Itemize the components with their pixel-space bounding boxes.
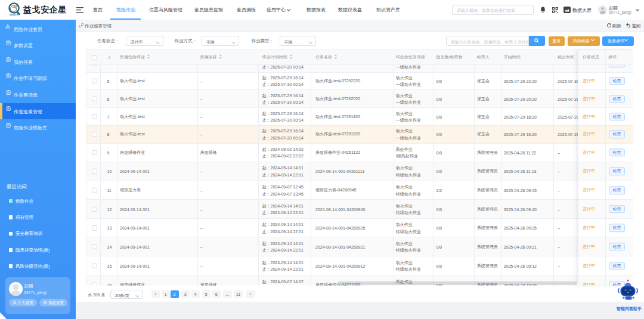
svg-text:EAGLE EYE: EAGLE EYE	[10, 14, 18, 16]
